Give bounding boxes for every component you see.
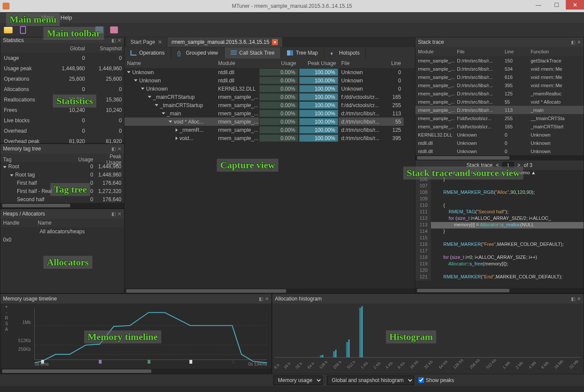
col-global[interactable]: Global	[50, 44, 87, 53]
stacktrace-row[interactable]: rmem_sample_...f:\dd\vctools\cr...255__t…	[415, 114, 584, 122]
heap-row[interactable]: 0x0	[0, 235, 124, 244]
pager-input[interactable]	[502, 162, 514, 168]
tab-start[interactable]: Start Page✕	[126, 37, 166, 47]
stacktrace-row[interactable]: rmem_sample_...D:/rtm/src/libs/r...395vo…	[415, 81, 584, 89]
ct-col-name[interactable]: Name	[124, 59, 215, 68]
undock-icon[interactable]: ◧	[571, 39, 575, 45]
stacktrace-row[interactable]: rmem_sample_...D:/rtm/src/libs/r...113_m…	[415, 106, 584, 114]
source-line: 106 }	[415, 176, 584, 183]
tag-row[interactable]: Root01,448,960	[0, 162, 124, 170]
tag-row[interactable]: First half0176,640	[0, 179, 124, 187]
stacktrace-row[interactable]: rmem_sample_...D:/rtm/src/libs/r...616vo…	[415, 73, 584, 81]
close-icon[interactable]: ✕	[117, 211, 121, 217]
stk-col-func[interactable]: Function	[528, 48, 584, 56]
calltree-row[interactable]: void...rmem_sample_...0.00%100.00%d:/rtm…	[124, 134, 415, 142]
close-icon[interactable]: ✕	[158, 39, 162, 45]
calltree-row[interactable]: UnknownKERNEL32.DLL0.00%100.00%Unknown0	[124, 85, 415, 93]
flame-icon: ♦	[330, 50, 336, 56]
tag-row[interactable]: Root tag01,448,960	[0, 170, 124, 179]
ct-col-usage[interactable]: Usage	[259, 59, 299, 68]
calltree-row[interactable]: _mainrmem_sample_...0.00%100.00%d:/rtm/s…	[124, 109, 415, 118]
stk-col-module[interactable]: Module	[415, 48, 454, 56]
subtab-callstack[interactable]: Call Stack Tree	[225, 47, 281, 59]
ct-col-file[interactable]: File	[339, 59, 380, 68]
tag-row[interactable]: First half - Real01,272,320	[0, 187, 124, 195]
hscrollbar[interactable]	[415, 155, 584, 160]
timeline-btn-R[interactable]: R	[5, 316, 8, 320]
col-handle[interactable]: Handle	[3, 220, 38, 226]
calltree-row[interactable]: _tmainCRTStartuprmem_sample_...0.00%100.…	[124, 101, 415, 109]
timeline-btn-+[interactable]: +	[5, 304, 8, 309]
stk-col-file[interactable]: File	[454, 48, 502, 56]
timeline-btn-A[interactable]: A	[5, 327, 8, 332]
subtab-grouped[interactable]: {}Grouped view	[171, 47, 225, 59]
calltree-row[interactable]: _rmemR...rmem_sample_...0.00%100.00%d:/r…	[124, 126, 415, 134]
footer-select-1[interactable]: Memory usage	[273, 376, 323, 385]
stacktrace-row[interactable]: ntdll.dllUnknown0Unknown	[415, 147, 584, 155]
stacktrace-row[interactable]: rmem_sample_...D:/rtm/src/libs/r...150ge…	[415, 56, 584, 65]
col-name[interactable]: Name	[38, 220, 121, 226]
calltree-row[interactable]: Unknownntdll.dll0.00%100.00%Unknown0	[124, 76, 415, 85]
heaps-all[interactable]: All allocators/heaps	[0, 227, 124, 235]
hscrollbar[interactable]	[415, 288, 584, 293]
tag-row[interactable]: Second half0176,640	[0, 195, 124, 203]
open-icon[interactable]	[3, 26, 13, 34]
calltree-row[interactable]: Unknownntdll.dll0.00%100.00%Unknown0	[124, 68, 415, 76]
col-tag[interactable]: Tag	[3, 157, 69, 163]
clipboard-icon[interactable]	[18, 26, 28, 34]
footer: Memory usage Global and snapshot histogr…	[0, 374, 584, 386]
close-icon[interactable]: ✕	[577, 296, 581, 302]
source-line: 116 RMEM_MARKER("Free",MARKER_COLOR_DEFA…	[415, 242, 584, 248]
stacktrace-row[interactable]: rmem_sample_...D:/rtm/src/libs/r...534vo…	[415, 65, 584, 73]
hscrollbar[interactable]	[124, 288, 415, 294]
stacktrace-row[interactable]: KERNEL32.DLLUnknown0Unknown	[415, 131, 584, 139]
pager-next[interactable]: >	[517, 162, 520, 168]
calltree-row[interactable]: _mainCRTStartuprmem_sample_...0.00%100.0…	[124, 93, 415, 101]
ct-col-line[interactable]: Line	[380, 59, 404, 68]
close-icon[interactable]: ✕	[265, 296, 269, 302]
close-icon[interactable]: ✕	[272, 39, 278, 45]
undock-icon[interactable]: ◧	[111, 146, 116, 152]
col-snapshot[interactable]: Snapshot	[87, 44, 124, 53]
footer-select-2[interactable]: Global and snapshot histogram	[327, 376, 414, 385]
subtab-operations[interactable]: Operations	[124, 47, 171, 59]
tab-capture[interactable]: rmem_sample_manual.2015.3.6..14.15.15✕	[167, 37, 282, 47]
calltree-row[interactable]: void * Alloc...rmem_sample_...0.00%100.0…	[124, 118, 415, 126]
stk-col-line[interactable]: Line	[502, 48, 528, 56]
timeline-btn-S[interactable]: S	[5, 321, 8, 326]
hscrollbar[interactable]	[0, 369, 271, 374]
timeline-btn--[interactable]: -	[6, 310, 7, 315]
subtab-treemap[interactable]: Tree Map	[281, 47, 324, 59]
toolbar-icon-1[interactable]	[95, 26, 104, 34]
maximize-button[interactable]: ☐	[548, 0, 566, 10]
ct-col-peak[interactable]: Peak Usage	[299, 59, 339, 68]
subtab-hotspots[interactable]: ♦Hotspots	[324, 47, 366, 59]
undock-icon[interactable]: ◧	[259, 296, 263, 302]
source-view[interactable]: 105 memory[i] = Allocator::s_realloc(mem…	[415, 170, 584, 288]
undock-icon[interactable]: ◧	[111, 38, 116, 43]
source-line: 114 }	[415, 229, 584, 235]
toolbar-icon-2[interactable]	[109, 26, 119, 34]
undock-icon[interactable]: ◧	[111, 211, 116, 217]
col-usage[interactable]: Usage	[69, 157, 93, 163]
footer-showpeaks[interactable]: Show peaks	[418, 377, 454, 383]
stacktrace-row[interactable]: rmem_sample_...D:/rtm/src/libs/r...125_r…	[415, 89, 584, 98]
menu-help[interactable]: Help	[61, 14, 72, 21]
histogram-chart[interactable]: 8 b16 b32 b64 b128 b256 b512 b1 Kb2 Kb4 …	[275, 306, 581, 363]
close-icon[interactable]: ✕	[117, 146, 121, 152]
close-button[interactable]: ✕	[566, 0, 584, 10]
stacktrace-row[interactable]: rmem_sample_...f:\dd\vctools\cr...165_ma…	[415, 122, 584, 131]
stacktrace-row[interactable]: rmem_sample_...D:/rtm/src/libs/r...55voi…	[415, 98, 584, 106]
undock-icon[interactable]: ◧	[571, 296, 575, 302]
close-icon[interactable]: ✕	[117, 38, 121, 43]
close-icon[interactable]: ✕	[577, 39, 581, 45]
minimize-button[interactable]: —	[529, 0, 548, 10]
timeline-chart[interactable]: 0s 0ms 0s 134ms	[34, 308, 267, 360]
source-line: 120	[415, 268, 584, 274]
stacktrace-row[interactable]: ntdll.dllUnknown0Unknown	[415, 139, 584, 147]
pager-prev[interactable]: <	[496, 162, 499, 168]
ct-col-module[interactable]: Module	[215, 59, 259, 68]
hscrollbar[interactable]	[0, 203, 124, 208]
menu-view[interactable]: View	[42, 14, 54, 21]
capture-tabstrip: Start Page✕ rmem_sample_manual.2015.3.6.…	[124, 37, 415, 47]
